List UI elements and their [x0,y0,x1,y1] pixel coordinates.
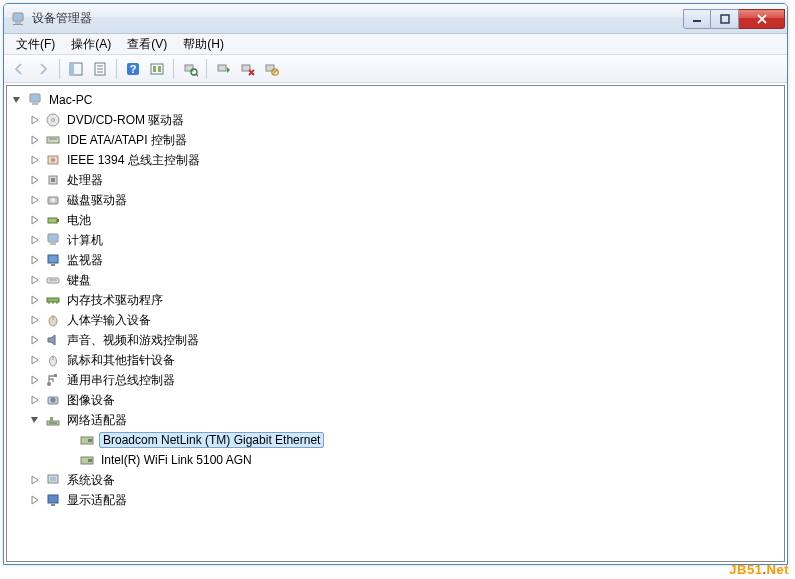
tree-category-label: IEEE 1394 总线主控制器 [65,152,202,169]
disc-icon [45,112,61,128]
tree-category-label: 通用串行总线控制器 [65,372,177,389]
menu-action[interactable]: 操作(A) [63,34,119,55]
svg-point-58 [51,398,56,403]
expander-icon[interactable] [29,394,41,406]
expander-icon[interactable] [29,294,41,306]
tree-category-node[interactable]: 系统设备 [7,470,784,490]
expander-icon[interactable] [29,314,41,326]
tree-category-node[interactable]: 网络适配器 [7,410,784,430]
expander-icon[interactable] [29,254,41,266]
tree-category-node[interactable]: 键盘 [7,270,784,290]
svg-rect-63 [88,439,92,442]
tree-category-node[interactable]: 内存技术驱动程序 [7,290,784,310]
display-icon [45,492,61,508]
maximize-button[interactable] [711,9,739,29]
svg-point-55 [47,382,51,386]
svg-rect-66 [88,459,92,462]
window-controls [683,9,785,29]
svg-rect-14 [151,64,163,74]
expander-icon[interactable] [29,494,41,506]
properties-button[interactable] [89,58,111,80]
action-button[interactable] [146,58,168,80]
expander-icon[interactable] [29,154,41,166]
tree-category-node[interactable]: 通用串行总线控制器 [7,370,784,390]
svg-rect-70 [48,495,58,503]
expander-icon[interactable] [29,354,41,366]
menu-view[interactable]: 查看(V) [119,34,175,55]
1394-icon [45,152,61,168]
close-button[interactable] [739,9,785,29]
tree-category-node[interactable]: 磁盘驱动器 [7,190,784,210]
expander-icon[interactable] [29,334,41,346]
tree-category-node[interactable]: 鼠标和其他指针设备 [7,350,784,370]
minimize-button[interactable] [683,9,711,29]
tree-category-node[interactable]: 处理器 [7,170,784,190]
update-driver-button[interactable] [212,58,234,80]
tree-category-node[interactable]: IDE ATA/ATAPI 控制器 [7,130,784,150]
sound-icon [45,332,61,348]
disable-button[interactable] [260,58,282,80]
tree-root-label: Mac-PC [47,93,94,107]
expander-icon[interactable] [29,114,41,126]
expander-icon[interactable] [29,214,41,226]
keyboard-icon [45,272,61,288]
tree-category-label: DVD/CD-ROM 驱动器 [65,112,186,129]
svg-rect-38 [48,218,57,223]
disk-icon [45,192,61,208]
tree-category-node[interactable]: 人体学输入设备 [7,310,784,330]
expander-icon[interactable] [11,94,23,106]
svg-rect-21 [242,65,250,71]
tree-category-node[interactable]: DVD/CD-ROM 驱动器 [7,110,784,130]
expander-icon[interactable] [29,414,41,426]
svg-rect-3 [13,24,23,25]
tree-root-node[interactable]: Mac-PC [7,90,784,110]
tree-category-node[interactable]: 显示适配器 [7,490,784,510]
tree-category-node[interactable]: 声音、视频和游戏控制器 [7,330,784,350]
scan-hardware-button[interactable] [179,58,201,80]
monitor-icon [45,252,61,268]
svg-rect-15 [153,66,156,72]
tree-category-node[interactable]: 计算机 [7,230,784,250]
expander-placeholder [63,454,75,466]
back-button[interactable] [8,58,30,80]
tree-device-label: Broadcom NetLink (TM) Gigabit Ethernet [99,432,324,448]
expander-icon[interactable] [29,234,41,246]
camera-icon [45,392,61,408]
svg-rect-60 [50,417,53,421]
tree-category-node[interactable]: IEEE 1394 总线主控制器 [7,150,784,170]
tree-category-node[interactable]: 图像设备 [7,390,784,410]
tree-category-node[interactable]: 电池 [7,210,784,230]
svg-rect-41 [49,235,57,241]
tree-category-label: 处理器 [65,172,105,189]
window-title: 设备管理器 [32,10,683,27]
menu-help[interactable]: 帮助(H) [175,34,232,55]
device-manager-window: 设备管理器 文件(F) 操作(A) 查看(V) 帮助(H) ? Mac-PCDV… [3,3,788,565]
help-button[interactable]: ? [122,58,144,80]
expander-icon[interactable] [29,134,41,146]
tree-device-node[interactable]: Intel(R) WiFi Link 5100 AGN [7,450,784,470]
expander-icon[interactable] [29,194,41,206]
tree-category-node[interactable]: 监视器 [7,250,784,270]
titlebar[interactable]: 设备管理器 [4,4,787,34]
expander-icon[interactable] [29,474,41,486]
nic-icon [79,432,95,448]
tree-category-label: 图像设备 [65,392,117,409]
expander-icon[interactable] [29,274,41,286]
tree-device-label: Intel(R) WiFi Link 5100 AGN [99,453,254,467]
menu-file[interactable]: 文件(F) [8,34,63,55]
watermark: JB51.Net [729,562,789,577]
svg-rect-16 [158,66,161,72]
show-hide-tree-button[interactable] [65,58,87,80]
device-tree[interactable]: Mac-PCDVD/CD-ROM 驱动器IDE ATA/ATAPI 控制器IEE… [6,85,785,562]
forward-button[interactable] [32,58,54,80]
expander-icon[interactable] [29,174,41,186]
svg-point-67 [83,459,85,461]
svg-rect-1 [14,14,22,20]
expander-icon[interactable] [29,374,41,386]
svg-rect-43 [48,255,58,263]
battery-icon [45,212,61,228]
tree-device-node[interactable]: Broadcom NetLink (TM) Gigabit Ethernet [7,430,784,450]
tree-category-label: 监视器 [65,252,105,269]
uninstall-button[interactable] [236,58,258,80]
toolbar-separator [206,59,207,79]
